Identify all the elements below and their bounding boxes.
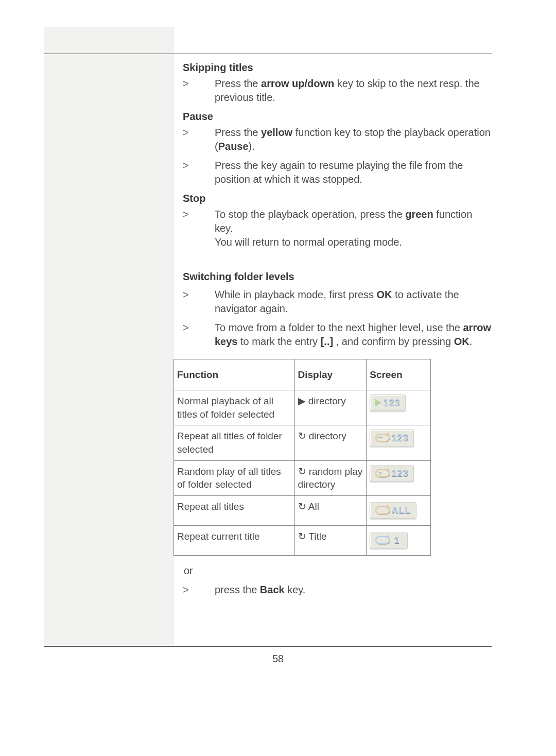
cell-function: Repeat all titles	[174, 495, 295, 525]
bullet-marker: >	[183, 77, 215, 105]
cell-screen: 123	[367, 390, 431, 425]
text: random play directory	[298, 466, 363, 490]
screen-text: ALL	[391, 505, 411, 516]
text: directory	[306, 396, 346, 406]
list-item: > To move from a folder to the next high…	[183, 321, 492, 349]
th-screen: Screen	[367, 359, 431, 390]
heading-switching-folder-levels: Switching folder levels	[183, 270, 492, 284]
repeat-icon: ↻	[298, 531, 306, 542]
bullet-text: Press the yellow function key to stop th…	[215, 126, 492, 153]
or-text: or	[184, 564, 492, 578]
play-icon	[375, 399, 381, 406]
bullet-marker: >	[183, 208, 215, 249]
cell-function: Random play of all titles of folder sele…	[174, 460, 295, 495]
bottom-rule	[44, 646, 492, 647]
cell-screen: 123	[367, 425, 431, 460]
repeat-icon	[375, 536, 390, 544]
heading-pause: Pause	[183, 110, 492, 124]
text: All	[306, 501, 319, 512]
text: key.	[285, 584, 306, 595]
list-item: > To stop the playback operation, press …	[183, 208, 492, 249]
text: , and confirm by pressing	[333, 336, 454, 347]
bold-text: green	[405, 209, 433, 220]
text: To move from a folder to the next higher…	[215, 322, 463, 333]
cell-function: Normal playback of all titles of folder …	[174, 390, 295, 425]
text: Press the	[215, 127, 261, 138]
play-icon: ▶	[298, 396, 306, 406]
table-header-row: Function Display Screen	[174, 359, 431, 390]
page-content: Skipping titles > Press the arrow up/dow…	[183, 59, 492, 602]
bullet-marker: >	[183, 126, 215, 153]
list-item: > press the Back key.	[183, 583, 492, 597]
cell-screen: 1	[367, 525, 431, 555]
text: Press the	[215, 78, 261, 89]
cell-display: ↻ All	[294, 495, 367, 525]
th-display: Display	[294, 359, 367, 390]
bullet-text: To stop the playback operation, press th…	[215, 208, 492, 249]
bold-text: [..]	[321, 336, 333, 347]
bullet-text: Press the arrow up/down key to skip to t…	[215, 77, 492, 105]
repeat-icon: ↻	[298, 466, 306, 477]
text: to mark the entry	[238, 336, 321, 347]
text: .	[470, 336, 473, 347]
bullet-text: While in playback mode, first press OK t…	[215, 288, 492, 316]
bullet-marker: >	[183, 159, 215, 186]
cell-display: ↻ directory	[294, 425, 367, 460]
bullet-text: press the Back key.	[215, 583, 492, 597]
screen-chip-play-123: 123	[370, 394, 406, 411]
left-grey-margin	[44, 27, 174, 645]
bold-text: yellow	[261, 127, 292, 138]
table-row: Random play of all titles of folder sele…	[174, 460, 431, 495]
list-item: > Press the yellow function key to stop …	[183, 126, 492, 153]
text: You will return to normal operating mode…	[215, 236, 402, 248]
screen-chip-random-123: ?123	[370, 465, 414, 482]
list-item: > While in playback mode, first press OK…	[183, 288, 492, 316]
screen-text: 123	[391, 468, 408, 478]
text: directory	[306, 431, 346, 441]
cell-function: Repeat all titles of folder selected	[174, 425, 295, 460]
repeat-icon	[375, 434, 390, 442]
bold-text: OK	[377, 289, 392, 300]
table-row: Repeat current title ↻ Title 1	[174, 525, 431, 555]
bold-text: Back	[260, 584, 285, 595]
cell-function: Repeat current title	[174, 525, 295, 555]
text: Title	[306, 531, 327, 542]
text: press the	[215, 584, 260, 595]
bullet-text: Press the key again to resume playing th…	[215, 159, 492, 186]
screen-text: 123	[383, 398, 400, 408]
repeat-icon: ↻	[298, 431, 306, 441]
table-row: Repeat all titles of folder selected ↻ d…	[174, 425, 431, 460]
text: ).	[249, 141, 255, 152]
th-function: Function	[174, 359, 295, 390]
table-row: Normal playback of all titles of folder …	[174, 390, 431, 425]
cell-screen: ALL	[367, 495, 431, 525]
cell-screen: ?123	[367, 460, 431, 495]
table-row: Repeat all titles ↻ All ALL	[174, 495, 431, 525]
bullet-marker: >	[183, 321, 215, 349]
cell-display: ↻ Title	[294, 525, 367, 555]
screen-text: 1	[394, 535, 399, 545]
cell-display: ▶ directory	[294, 390, 367, 425]
screen-chip-repeat-123: 123	[370, 429, 414, 446]
repeat-random-icon: ?	[375, 469, 390, 477]
heading-skipping-titles: Skipping titles	[183, 61, 492, 75]
repeat-icon	[375, 506, 390, 514]
text: To stop the playback operation, press th…	[215, 209, 405, 220]
bullet-text: To move from a folder to the next higher…	[215, 321, 492, 349]
top-rule	[44, 54, 492, 54]
text: While in playback mode, first press	[215, 289, 377, 300]
cell-display: ↻ random play directory	[294, 460, 367, 495]
list-item: > Press the key again to resume playing …	[183, 159, 492, 186]
list-item: > Press the arrow up/down key to skip to…	[183, 77, 492, 105]
playback-modes-table: Function Display Screen Normal playback …	[173, 359, 431, 556]
bullet-marker: >	[183, 288, 215, 316]
page-number: 58	[0, 653, 556, 665]
bullet-marker: >	[183, 583, 215, 597]
screen-chip-repeat-all: ALL	[370, 502, 416, 519]
screen-chip-repeat-1: 1	[370, 532, 408, 548]
screen-text: 123	[391, 433, 408, 443]
bold-text: Pause	[218, 141, 249, 152]
bold-text: OK	[454, 336, 470, 347]
heading-stop: Stop	[183, 192, 492, 205]
repeat-icon: ↻	[298, 501, 306, 512]
